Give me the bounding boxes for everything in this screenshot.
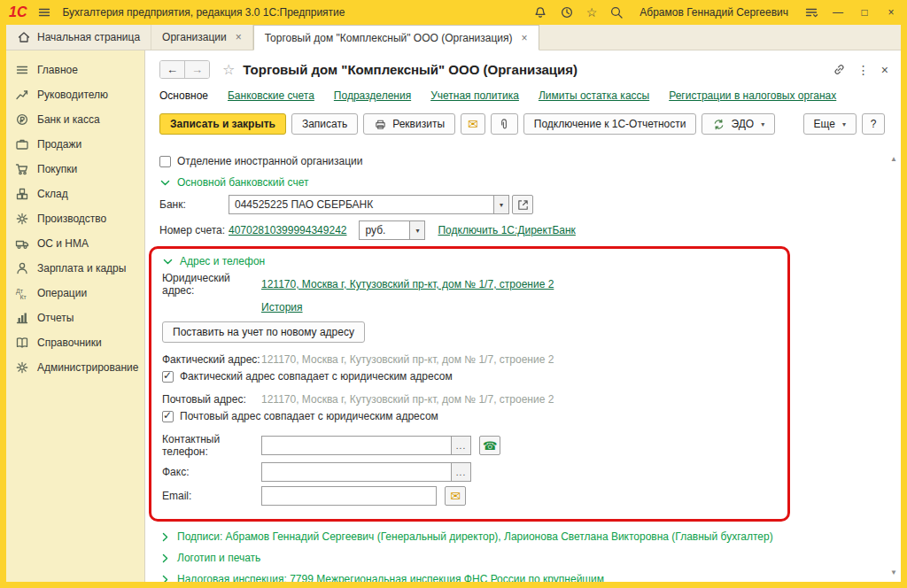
reregister-address-button[interactable]: Поставить на учет по новому адресу bbox=[162, 321, 365, 343]
address-history-link[interactable]: История bbox=[261, 301, 303, 313]
postal-same-checkbox[interactable] bbox=[162, 411, 174, 422]
foreign-branch-checkbox[interactable] bbox=[159, 156, 171, 167]
operations-dtkt-icon: ДтКт bbox=[15, 286, 29, 300]
global-search-icon[interactable] bbox=[609, 5, 624, 19]
nav-accounting-policy[interactable]: Учетная политика bbox=[430, 89, 519, 102]
logo-stamp-section-header[interactable]: Логотип и печать bbox=[159, 552, 887, 564]
app-title: Бухгалтерия предприятия, редакция 3.0 1С… bbox=[62, 6, 345, 19]
bank-input[interactable]: 044525225 ПАО СБЕРБАНК bbox=[229, 195, 494, 214]
tab-home[interactable]: Начальная страница bbox=[6, 25, 151, 50]
sidebar-item-operations[interactable]: ДтКт Операции bbox=[6, 281, 144, 306]
window-close-button[interactable]: × bbox=[884, 7, 898, 18]
open-link-icon bbox=[516, 198, 530, 212]
nav-main[interactable]: Основное bbox=[159, 89, 208, 102]
current-user-name[interactable]: Абрамов Геннадий Сергеевич bbox=[640, 6, 788, 19]
sidebar-item-salary-hr[interactable]: Зарплата и кадры bbox=[6, 256, 144, 281]
scroll-down-icon[interactable]: ▼ bbox=[890, 569, 897, 576]
send-email-button[interactable]: ✉ bbox=[461, 113, 485, 135]
account-number-link[interactable]: 40702810399994349242 bbox=[229, 224, 346, 236]
main-menu-icon[interactable] bbox=[37, 5, 51, 19]
directbank-link[interactable]: Подключить 1С:ДиректБанк bbox=[438, 224, 575, 236]
email-input[interactable] bbox=[261, 486, 437, 506]
get-link-icon[interactable] bbox=[833, 63, 846, 76]
favorites-star-icon[interactable]: ☆ bbox=[586, 6, 598, 19]
phone-input[interactable] bbox=[261, 436, 452, 455]
sidebar-item-bank-cash[interactable]: Банк и касса bbox=[6, 107, 144, 132]
vertical-scrollbar[interactable]: ▲ ▼ bbox=[888, 155, 899, 576]
postal-address-row: Почтовый адрес: 121170, Москва г, Кутузо… bbox=[162, 393, 777, 406]
sidebar-item-administration[interactable]: Администрирование bbox=[6, 355, 144, 380]
history-clock-icon[interactable] bbox=[560, 5, 574, 19]
nav-tax-registrations[interactable]: Регистрации в налоговых органах bbox=[669, 89, 836, 102]
postal-same-row: Почтовый адрес совпадает с юридическим а… bbox=[162, 410, 777, 422]
sidebar-item-manager[interactable]: Руководителю bbox=[6, 82, 144, 107]
close-form-icon[interactable]: × bbox=[881, 63, 888, 77]
sidebar-item-sales[interactable]: Продажи bbox=[6, 132, 144, 157]
svg-text:Кт: Кт bbox=[20, 294, 27, 300]
tab-close-icon[interactable]: × bbox=[236, 31, 242, 43]
sidebar-item-production[interactable]: Производство bbox=[6, 206, 144, 231]
fax-input[interactable] bbox=[261, 462, 452, 482]
scroll-up-icon[interactable]: ▲ bbox=[890, 155, 897, 163]
postal-same-label: Почтовый адрес совпадает с юридическим а… bbox=[180, 410, 438, 422]
titlebar: 1С Бухгалтерия предприятия, редакция 3.0… bbox=[0, 0, 907, 25]
connect-1c-reporting-button[interactable]: Подключение к 1С-Отчетности bbox=[523, 113, 697, 135]
currency-dropdown-button[interactable]: ▾ bbox=[410, 220, 425, 240]
main-area: Главное Руководителю Банк и касса Продаж… bbox=[6, 50, 901, 582]
tab-organizations[interactable]: Организации × bbox=[151, 25, 253, 50]
save-button[interactable]: Записать bbox=[291, 113, 358, 135]
legal-address-link[interactable]: 121170, Москва г, Кутузовский пр-кт, дом… bbox=[261, 278, 554, 290]
tax-inspection-section-header[interactable]: Налоговая инспекция: 7799 Межрегиональна… bbox=[159, 573, 887, 582]
call-button[interactable]: ☎ bbox=[479, 436, 500, 455]
requisites-button[interactable]: Реквизиты bbox=[363, 113, 455, 135]
notifications-bell-icon[interactable] bbox=[533, 5, 547, 19]
bank-dropdown-button[interactable]: ▾ bbox=[494, 195, 509, 214]
sidebar-item-warehouse[interactable]: Склад bbox=[6, 182, 144, 206]
fax-choose-button[interactable]: ... bbox=[452, 462, 471, 482]
help-button[interactable]: ? bbox=[862, 113, 885, 135]
bank-open-button[interactable] bbox=[512, 195, 533, 214]
service-menu-icon[interactable] bbox=[804, 5, 818, 19]
save-and-close-button[interactable]: Записать и закрыть bbox=[159, 113, 286, 135]
edo-button[interactable]: ЭДО ▾ bbox=[702, 113, 775, 135]
sidebar-item-fixed-assets[interactable]: ОС и НМА bbox=[6, 231, 144, 256]
add-to-favorites-star-icon[interactable]: ☆ bbox=[222, 63, 235, 77]
more-button[interactable]: Еще ▾ bbox=[803, 113, 857, 135]
tab-organizations-label: Организации bbox=[162, 31, 227, 43]
postal-address-label: Почтовый адрес: bbox=[162, 393, 261, 406]
phone-choose-button[interactable]: ... bbox=[452, 436, 471, 455]
sidebar-item-main[interactable]: Главное bbox=[6, 58, 144, 82]
card-navigation: Основное Банковские счета Подразделения … bbox=[145, 81, 901, 108]
sections-sidebar: Главное Руководителю Банк и касса Продаж… bbox=[6, 50, 144, 582]
more-actions-kebab-icon[interactable]: ⋮ bbox=[857, 63, 870, 77]
send-to-email-button[interactable]: ✉ bbox=[445, 486, 466, 506]
back-button[interactable]: ← bbox=[160, 61, 184, 78]
email-row: Email: ✉ bbox=[162, 486, 777, 506]
phone-row: Контактный телефон: ... ☎ bbox=[162, 433, 777, 458]
sidebar-item-reports[interactable]: Отчеты bbox=[6, 306, 144, 330]
sidebar-item-purchases[interactable]: Покупки bbox=[6, 157, 144, 182]
chevron-right-icon bbox=[159, 531, 171, 543]
bank-row: Банк: 044525225 ПАО СБЕРБАНК ▾ bbox=[159, 195, 887, 214]
printer-icon bbox=[374, 118, 387, 131]
nav-bank-accounts[interactable]: Банковские счета bbox=[228, 89, 314, 102]
actual-same-label: Фактический адрес совпадает с юридически… bbox=[180, 370, 453, 383]
tab-home-label: Начальная страница bbox=[37, 31, 140, 43]
currency-input[interactable]: руб. bbox=[359, 220, 410, 240]
address-section-header[interactable]: Адрес и телефон bbox=[162, 255, 777, 267]
bank-label: Банк: bbox=[159, 198, 229, 211]
nav-cash-limits[interactable]: Лимиты остатка кассы bbox=[539, 89, 649, 102]
window-minimize-button[interactable]: — bbox=[831, 7, 845, 18]
attachments-button[interactable] bbox=[491, 113, 518, 135]
foreign-branch-row: Отделение иностранной организации bbox=[159, 155, 887, 167]
bank-section-header[interactable]: Основной банковский счет bbox=[159, 176, 887, 189]
signatures-section-header[interactable]: Подписи: Абрамов Геннадий Сергеевич (Ген… bbox=[159, 530, 887, 543]
nav-departments[interactable]: Подразделения bbox=[334, 89, 411, 102]
tab-close-icon[interactable]: × bbox=[522, 32, 528, 44]
forward-button[interactable]: → bbox=[184, 61, 209, 78]
window-maximize-button[interactable]: □ bbox=[857, 7, 872, 18]
tab-organization-card[interactable]: Торговый дом "Комплексный" ООО (Организа… bbox=[253, 25, 539, 50]
legal-address-row: Юридический адрес: 121170, Москва г, Кут… bbox=[162, 272, 777, 297]
sidebar-item-references[interactable]: Справочники bbox=[6, 330, 144, 355]
actual-same-checkbox[interactable] bbox=[162, 371, 174, 383]
